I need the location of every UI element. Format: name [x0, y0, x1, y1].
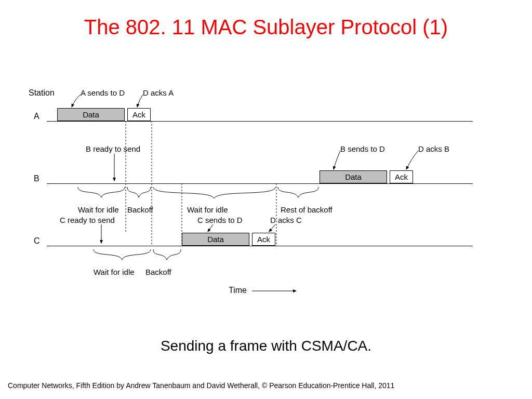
slide-title: The 802. 11 MAC Sublayer Protocol (1) [31, 16, 501, 39]
diagram-arrows [26, 88, 494, 307]
footer-text: Computer Networks, Fifth Edition by Andr… [8, 381, 524, 390]
timing-diagram: Station A Data Ack B Data Ack C Data Ack… [26, 88, 494, 307]
slide-caption: Sending a frame with CSMA/CA. [0, 338, 532, 354]
